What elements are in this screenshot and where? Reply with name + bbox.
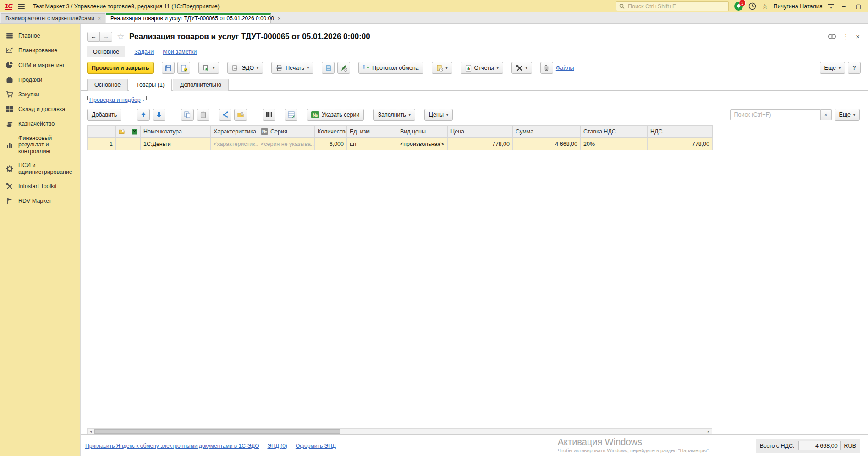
table-search-field[interactable]	[733, 111, 818, 118]
prices-button[interactable]: Цены ▾	[424, 109, 453, 121]
col-sum[interactable]: Сумма	[513, 126, 581, 138]
copy-rows-button[interactable]	[181, 109, 194, 121]
table-more-button[interactable]: Еще ▾	[835, 109, 860, 121]
forward-button[interactable]: →	[100, 32, 112, 42]
table-search-input[interactable]	[730, 109, 821, 120]
sidebar-item-purchases[interactable]: Закупки	[0, 87, 80, 102]
tab-additional[interactable]: Дополнительно	[173, 79, 229, 91]
nomenclature-cell[interactable]: 1С:Деньги	[141, 138, 211, 150]
scroll-right-icon[interactable]: ▸	[705, 429, 712, 434]
issue-epd-link[interactable]: Оформить ЭПД	[296, 443, 336, 449]
close-tab-icon[interactable]: ×	[98, 16, 101, 21]
notifications-bell-icon[interactable]: 1	[734, 2, 743, 11]
series-cell[interactable]: <серия не указыва...	[258, 138, 315, 150]
tab-main[interactable]: Основное	[87, 79, 128, 91]
sum-cell[interactable]: 4 668,00	[513, 138, 581, 150]
sidebar-item-nsi-admin[interactable]: НСИ и администрирование	[0, 158, 80, 179]
move-up-button[interactable]	[137, 109, 150, 121]
sidebar-item-rdv-market[interactable]: RDV Маркет	[0, 194, 80, 208]
print-button[interactable]: Печать ▾	[271, 62, 313, 74]
set-series-button[interactable]: № Указать серии	[307, 109, 364, 121]
table-row[interactable]: 1 1С:Деньги <характеристик... <серия не …	[88, 138, 713, 150]
sidebar-item-warehouse[interactable]: Склад и доставка	[0, 102, 80, 117]
files-link[interactable]: Файлы	[556, 65, 574, 71]
move-down-button[interactable]	[153, 109, 165, 121]
edit-table-button[interactable]	[285, 109, 297, 121]
col-marker[interactable]	[129, 126, 141, 138]
favorites-star-icon[interactable]: ☆	[762, 3, 768, 10]
epd-link[interactable]: ЭПД (0)	[267, 443, 287, 449]
help-button[interactable]: ?	[848, 62, 861, 74]
close-tab-icon[interactable]: ×	[278, 16, 280, 21]
sidebar-item-finresult[interactable]: Финансовый результат и контроллинг	[0, 131, 80, 158]
col-folder[interactable]	[116, 126, 129, 138]
maximize-button[interactable]: ▢	[853, 3, 863, 10]
col-price[interactable]: Цена	[448, 126, 513, 138]
open-folder-button[interactable]	[234, 109, 247, 121]
tab-goods-sale-document[interactable]: Реализация товаров и услуг ТДУТ-000065 о…	[106, 13, 271, 23]
favorite-star-icon[interactable]: ☆	[117, 31, 125, 42]
row-number-cell[interactable]: 1	[88, 138, 116, 150]
scrollbar-thumb[interactable]	[94, 429, 340, 434]
sign-button[interactable]	[337, 62, 350, 74]
sidebar-item-crm[interactable]: CRM и маркетинг	[0, 58, 80, 72]
invite-yandex-edo-link[interactable]: Пригласить Яндекс к обмену электронными …	[85, 443, 259, 449]
history-icon[interactable]	[748, 2, 756, 10]
create-based-on-button[interactable]: ▾	[198, 62, 219, 74]
sidebar-item-infostart-toolkit[interactable]: Infostart Toolkit	[0, 179, 80, 194]
global-search-field[interactable]	[627, 3, 725, 10]
characteristic-cell[interactable]: <характеристик...	[211, 138, 258, 150]
share-button[interactable]	[219, 109, 231, 121]
col-series[interactable]: № Серия	[258, 126, 315, 138]
document-log-button[interactable]: ▾	[432, 62, 452, 74]
add-row-button[interactable]: Добавить	[87, 109, 121, 121]
col-vat-rate[interactable]: Ставка НДС	[581, 126, 648, 138]
more-button[interactable]: Еще ▾	[820, 62, 845, 74]
scroll-left-icon[interactable]: ◂	[88, 429, 94, 434]
fill-button[interactable]: Заполнить ▾	[373, 109, 415, 121]
col-quantity[interactable]: Количество	[315, 126, 347, 138]
unit-cell[interactable]: шт	[347, 138, 397, 150]
post-and-close-button[interactable]: Провести и закрыть	[87, 62, 154, 74]
vat-rate-cell[interactable]: 20%	[581, 138, 648, 150]
copy-link-icon[interactable]	[828, 34, 836, 39]
sidebar-item-planning[interactable]: Планирование	[0, 43, 80, 58]
main-menu-icon[interactable]	[18, 4, 25, 9]
horizontal-scrollbar[interactable]: ◂ ▸	[87, 428, 712, 434]
quantity-cell[interactable]: 6,000	[315, 138, 347, 150]
check-and-pick-link[interactable]: Проверка и подбор ▾	[87, 96, 147, 104]
more-dots-icon[interactable]: ⋮	[842, 33, 849, 41]
reports-button[interactable]: Отчеты ▾	[461, 62, 503, 74]
col-vat[interactable]: НДС	[648, 126, 713, 138]
attachments-button[interactable]	[540, 62, 553, 74]
post-document-button[interactable]	[177, 62, 190, 74]
save-button[interactable]	[162, 62, 175, 74]
back-button[interactable]: ←	[87, 32, 100, 42]
folder-cell[interactable]	[116, 138, 129, 150]
price-cell[interactable]: 778,00	[448, 138, 513, 150]
docnav-notes[interactable]: Мои заметки	[163, 49, 197, 55]
sidebar-item-sales[interactable]: Продажи	[0, 72, 80, 87]
col-nomenclature[interactable]: Номенклатура	[141, 126, 211, 138]
paste-rows-button[interactable]	[197, 109, 209, 121]
settings-tools-button[interactable]: ▾	[511, 62, 532, 74]
edo-button[interactable]: ЭДО ▾	[227, 62, 263, 74]
service-menu-icon[interactable]: ▾	[828, 4, 834, 9]
tab-goods[interactable]: Товары (1)	[129, 79, 172, 91]
close-form-icon[interactable]: ×	[856, 33, 860, 40]
barcode-scan-button[interactable]	[263, 109, 275, 121]
price-kind-cell[interactable]: <произвольная>	[397, 138, 448, 150]
col-unit[interactable]: Ед. изм.	[347, 126, 397, 138]
tab-marketplace-settlements[interactable]: Взаиморасчеты с маркетплейсами ×	[1, 13, 105, 23]
exchange-protocol-button[interactable]: Протокол обмена	[358, 62, 423, 74]
docnav-tasks[interactable]: Задачи	[134, 49, 154, 55]
sidebar-item-main[interactable]: Главное	[0, 28, 80, 43]
col-price-kind[interactable]: Вид цены	[397, 126, 448, 138]
clear-search-icon[interactable]: ×	[821, 109, 832, 120]
document-structure-button[interactable]	[322, 62, 335, 74]
vat-cell[interactable]: 778,00	[648, 138, 713, 150]
sidebar-item-treasury[interactable]: Казначейство	[0, 117, 80, 131]
col-row-number[interactable]	[88, 126, 116, 138]
col-characteristic[interactable]: Характеристика	[211, 126, 258, 138]
marker-cell[interactable]	[129, 138, 141, 150]
